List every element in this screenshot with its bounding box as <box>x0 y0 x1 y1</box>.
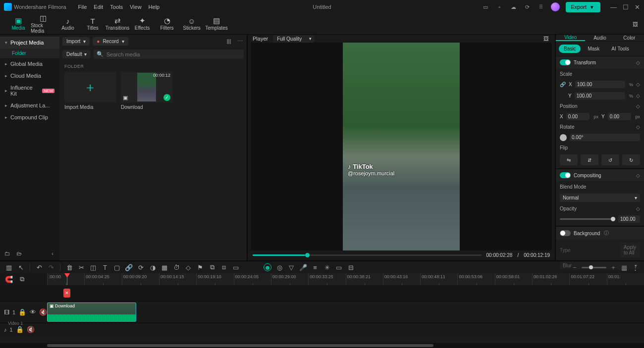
scale-y-field[interactable] <box>575 92 625 99</box>
menu-view[interactable]: View <box>130 4 142 10</box>
mixer-icon[interactable]: ≡ <box>311 263 319 271</box>
track-lock-icon[interactable]: 🔒 <box>18 308 26 316</box>
ungroup-icon[interactable]: ⧈ <box>220 263 228 271</box>
sort-select[interactable]: Default▾ <box>62 50 91 58</box>
linkclip-icon[interactable]: ⧉ <box>18 275 26 283</box>
pos-y-field[interactable] <box>608 113 632 120</box>
quality-select[interactable]: Full Quality <box>273 35 315 43</box>
apply-to-all-button[interactable]: Apply to All <box>620 243 640 257</box>
redo-icon[interactable]: ↷ <box>47 263 55 271</box>
tab-color[interactable]: Color <box>615 35 644 41</box>
text-icon[interactable]: T <box>101 263 109 271</box>
subtab-basic[interactable]: Basic <box>559 45 581 53</box>
mode-stickers[interactable]: ☺Stickers <box>179 14 204 34</box>
rotate-field[interactable] <box>570 134 640 141</box>
keyframe-icon[interactable]: ◇ <box>636 124 640 130</box>
crop-icon[interactable]: ◫ <box>89 263 97 271</box>
delete-icon[interactable]: 🗑 <box>65 263 73 271</box>
compositing-header[interactable]: Compositing ◇ <box>556 169 644 181</box>
keyframe-icon[interactable]: ◇ <box>636 60 640 65</box>
timeline-scrollbar[interactable] <box>0 343 644 348</box>
subtab-mask[interactable]: Mask <box>583 45 604 53</box>
flip-v-button[interactable]: ⇵ <box>581 154 598 165</box>
save-icon[interactable]: ▫ <box>495 3 503 11</box>
new-folder-icon[interactable]: 🗀 <box>3 249 11 257</box>
apps-icon[interactable]: ⠿ <box>537 3 545 11</box>
sidebar-sub-folder[interactable]: Folder <box>0 49 59 58</box>
player-tab[interactable]: Player <box>253 36 268 42</box>
mode-filters[interactable]: ◔Filters <box>155 14 179 34</box>
menu-file[interactable]: File <box>78 4 87 10</box>
scale-x-field[interactable] <box>575 81 625 88</box>
menu-edit[interactable]: Edit <box>94 4 103 10</box>
marker-icon[interactable]: ⚑ <box>196 263 204 271</box>
speed-icon[interactable]: ⟳ <box>137 263 145 271</box>
track-mute-icon[interactable]: 🔇 <box>39 308 47 316</box>
blend-mode-select[interactable]: Normal▾ <box>560 194 640 202</box>
progress-knob[interactable] <box>305 253 310 257</box>
keyframe-icon[interactable]: ◇ <box>636 173 640 178</box>
menu-tools[interactable]: Tools <box>110 4 123 10</box>
mode-effects[interactable]: ✦Effects <box>130 14 155 34</box>
voiceover-icon[interactable]: 🎤 <box>299 263 307 271</box>
tl-cursor-icon[interactable]: ↖ <box>17 263 25 271</box>
duration-icon[interactable]: ⏱ <box>172 263 180 271</box>
record-button[interactable]: ●Record▾ <box>93 37 128 46</box>
snapshot-icon[interactable]: 🖼 <box>542 35 550 43</box>
tab-video[interactable]: Video <box>556 35 585 41</box>
window-close[interactable]: ✕ <box>635 3 640 11</box>
rotate-ccw-button[interactable]: ↺ <box>601 154 619 165</box>
mode-titles[interactable]: TTitles <box>80 14 105 34</box>
tl-layout-icon[interactable]: ▥ <box>5 263 13 271</box>
rotate-cw-button[interactable]: ↻ <box>622 154 640 165</box>
keyframe-icon[interactable]: ◇ <box>636 93 640 99</box>
more-menu-icon[interactable]: ⋯ <box>236 37 244 45</box>
subtab-ai[interactable]: AI Tools <box>606 45 634 53</box>
collapse-sidebar-icon[interactable]: ‹ <box>49 249 56 257</box>
filter-columns-icon[interactable]: ||| <box>225 37 233 45</box>
keyframe-icon[interactable]: ◇ <box>636 82 640 87</box>
track-mute-icon[interactable]: 🔇 <box>27 326 35 334</box>
timeline-ruler[interactable]: 🧲 ⧉ :00:0000:00:04:2500:00:09:2000:00:14… <box>0 273 644 285</box>
link-icon[interactable]: 🔗 <box>125 263 133 271</box>
render-icon[interactable]: ▭ <box>232 263 240 271</box>
magnet-icon[interactable]: 🧲 <box>5 275 13 283</box>
aspect2-icon[interactable]: ▭ <box>335 263 343 271</box>
undo-icon[interactable]: ↶ <box>35 263 43 271</box>
user-avatar[interactable] <box>551 2 560 11</box>
pos-x-field[interactable] <box>566 113 590 120</box>
track-lock-icon[interactable]: 🔒 <box>16 326 24 334</box>
keyframe-icon[interactable]: ◇ <box>636 103 640 109</box>
ai-face-icon[interactable]: ☻ <box>264 263 271 271</box>
export-button[interactable]: Export▾ <box>566 2 600 12</box>
group-icon[interactable]: ⧉ <box>208 263 216 271</box>
mode-media[interactable]: ▣Media <box>6 14 31 34</box>
search-input[interactable]: 🔍 <box>94 50 244 59</box>
sidebar-item-project[interactable]: ▾Project Media <box>0 37 59 49</box>
keyframe-icon[interactable]: ◇ <box>636 206 640 211</box>
mode-templates[interactable]: ▤Templates <box>204 14 229 34</box>
beat-icon[interactable]: ✳ <box>323 263 331 271</box>
rotate-dial-icon[interactable] <box>560 134 567 141</box>
opacity-slider[interactable] <box>560 218 615 220</box>
import-button[interactable]: Import▾ <box>62 37 90 46</box>
opacity-field[interactable] <box>618 215 640 223</box>
background-header[interactable]: Background ⓘ <box>556 227 644 240</box>
compositing-toggle[interactable] <box>560 172 571 178</box>
device-icon[interactable]: ▭ <box>482 3 489 11</box>
mode-stock[interactable]: ◫Stock Media <box>31 14 55 34</box>
playhead[interactable] <box>67 273 67 285</box>
zoom-slider[interactable] <box>582 267 606 268</box>
split-icon[interactable]: ✂ <box>77 263 85 271</box>
new-bin-icon[interactable]: 🗁 <box>15 249 23 257</box>
window-maximize[interactable]: ☐ <box>623 3 629 11</box>
info-icon[interactable]: ⓘ <box>604 230 609 237</box>
snapshot-mode-icon[interactable]: 🖼 <box>631 20 639 28</box>
flip-h-button[interactable]: ⇋ <box>560 154 578 165</box>
transform-toggle[interactable] <box>560 59 571 65</box>
skimmer-handle[interactable]: ✕ <box>63 289 70 298</box>
mode-transitions[interactable]: ⇄Transitions <box>105 14 130 34</box>
crop2-icon[interactable]: ▢ <box>113 263 121 271</box>
link-scale-icon[interactable]: 🔗 <box>560 82 566 87</box>
playback-progress[interactable] <box>253 254 482 256</box>
